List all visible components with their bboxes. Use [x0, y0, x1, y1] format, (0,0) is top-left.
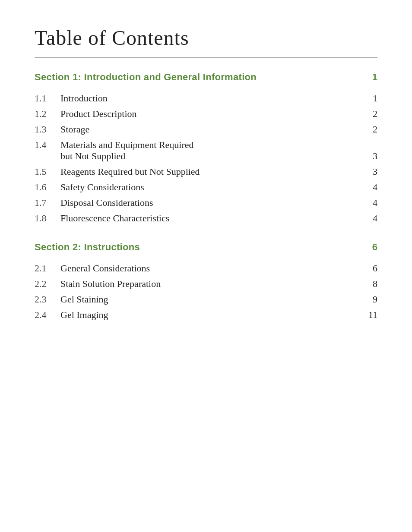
- toc-title-1-4-line2: but Not Supplied: [60, 151, 125, 161]
- toc-page-2-1: 6: [360, 261, 377, 276]
- toc-title-1-4-line1: Materials and Equipment Required: [60, 139, 194, 150]
- section1-toc-table: 1.1 Introduction 1 1.2 Product Descripti…: [35, 91, 377, 226]
- toc-row-1-5: 1.5 Reagents Required but Not Supplied 3: [35, 164, 377, 179]
- toc-row-2-4: 2.4 Gel Imaging 11: [35, 307, 377, 323]
- toc-page-1-7: 4: [360, 195, 377, 211]
- toc-title-1-2: Product Description: [60, 106, 360, 122]
- section1-title: Section 1: Introduction and General Info…: [35, 72, 257, 83]
- toc-num-2-1: 2.1: [35, 261, 60, 276]
- toc-page-1-3: 2: [360, 122, 377, 137]
- toc-page-2-2: 8: [360, 276, 377, 292]
- toc-page-1-4: 3: [360, 137, 377, 164]
- toc-title-2-1: General Considerations: [60, 261, 360, 276]
- toc-num-1-1: 1.1: [35, 91, 60, 106]
- toc-title-2-4: Gel Imaging: [60, 307, 360, 323]
- toc-row-1-2: 1.2 Product Description 2: [35, 106, 377, 122]
- toc-page-1-6: 4: [360, 179, 377, 195]
- toc-row-1-4: 1.4 Materials and Equipment Required but…: [35, 137, 377, 164]
- toc-title-1-3: Storage: [60, 122, 360, 137]
- toc-title-1-6: Safety Considerations: [60, 179, 360, 195]
- toc-num-1-5: 1.5: [35, 164, 60, 179]
- section2-header: Section 2: Instructions 6: [35, 242, 377, 253]
- toc-title-1-1: Introduction: [60, 91, 360, 106]
- toc-page-1-1: 1: [360, 91, 377, 106]
- toc-page-1-8: 4: [360, 211, 377, 226]
- toc-title-2-2: Stain Solution Preparation: [60, 276, 360, 292]
- toc-row-1-1: 1.1 Introduction 1: [35, 91, 377, 106]
- section2-toc-table: 2.1 General Considerations 6 2.2 Stain S…: [35, 261, 377, 323]
- toc-title-1-8: Fluorescence Characteristics: [60, 211, 360, 226]
- toc-page-1-5: 3: [360, 164, 377, 179]
- toc-num-1-8: 1.8: [35, 211, 60, 226]
- toc-num-1-4: 1.4: [35, 137, 60, 164]
- toc-row-1-7: 1.7 Disposal Considerations 4: [35, 195, 377, 211]
- toc-num-1-6: 1.6: [35, 179, 60, 195]
- toc-num-1-7: 1.7: [35, 195, 60, 211]
- toc-row-1-3: 1.3 Storage 2: [35, 122, 377, 137]
- section1-header: Section 1: Introduction and General Info…: [35, 72, 377, 83]
- toc-num-1-3: 1.3: [35, 122, 60, 137]
- toc-num-2-2: 2.2: [35, 276, 60, 292]
- section2-header-page: 6: [364, 242, 377, 253]
- page-title: Table of Contents: [35, 26, 377, 50]
- toc-row-2-3: 2.3 Gel Staining 9: [35, 292, 377, 307]
- toc-title-1-5: Reagents Required but Not Supplied: [60, 164, 360, 179]
- toc-title-1-7: Disposal Considerations: [60, 195, 360, 211]
- toc-num-2-3: 2.3: [35, 292, 60, 307]
- section2-title: Section 2: Instructions: [35, 242, 140, 253]
- toc-page-2-4: 11: [360, 307, 377, 323]
- toc-title-1-4: Materials and Equipment Required but Not…: [60, 137, 360, 164]
- title-divider: [35, 57, 377, 58]
- toc-row-1-8: 1.8 Fluorescence Characteristics 4: [35, 211, 377, 226]
- toc-page-1-2: 2: [360, 106, 377, 122]
- toc-num-1-2: 1.2: [35, 106, 60, 122]
- toc-row-2-1: 2.1 General Considerations 6: [35, 261, 377, 276]
- toc-row-1-6: 1.6 Safety Considerations 4: [35, 179, 377, 195]
- toc-num-2-4: 2.4: [35, 307, 60, 323]
- section1-header-page: 1: [364, 72, 377, 83]
- toc-row-2-2: 2.2 Stain Solution Preparation 8: [35, 276, 377, 292]
- toc-title-2-3: Gel Staining: [60, 292, 360, 307]
- toc-page-2-3: 9: [360, 292, 377, 307]
